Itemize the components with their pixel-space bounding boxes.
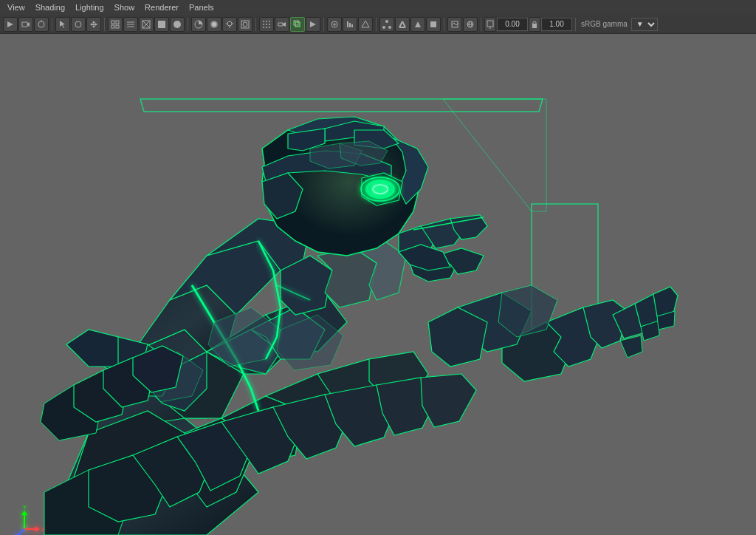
svg-point-29 <box>263 24 264 25</box>
lasso-tool-btn[interactable] <box>71 17 86 32</box>
move-tool-btn[interactable] <box>86 17 101 32</box>
svg-point-26 <box>263 21 264 22</box>
menu-view[interactable]: View <box>3 0 30 15</box>
svg-text:X: X <box>41 527 45 532</box>
extra-btn3[interactable] <box>358 17 373 32</box>
smooth-btn[interactable] <box>170 17 185 32</box>
scene-3d-canvas: Y X Z <box>0 34 756 535</box>
svg-marker-0 <box>7 21 13 27</box>
uv-btn2[interactable] <box>463 17 478 32</box>
menu-bar: View Shading Lighting Show Renderer Pane… <box>0 0 756 15</box>
svg-point-20 <box>227 21 232 26</box>
select-tool-btn[interactable] <box>55 17 70 32</box>
sep1 <box>52 18 52 31</box>
camera-icon-btn[interactable] <box>34 17 49 32</box>
svg-rect-8 <box>116 25 119 28</box>
svg-point-31 <box>269 24 270 25</box>
lock-icon[interactable] <box>529 17 540 32</box>
sep8 <box>481 18 481 31</box>
svg-point-33 <box>266 27 267 28</box>
svg-rect-57 <box>487 21 493 27</box>
svg-point-16 <box>173 21 181 28</box>
sep2 <box>104 18 105 31</box>
sep5 <box>323 18 324 31</box>
grid-btn2[interactable] <box>123 17 138 32</box>
svg-point-46 <box>385 20 388 23</box>
edge-sel-btn[interactable] <box>395 17 410 32</box>
menu-renderer[interactable]: Renderer <box>140 0 183 15</box>
face-sel-btn[interactable] <box>410 17 425 32</box>
selection-mode-group <box>379 17 441 32</box>
svg-marker-44 <box>362 21 369 27</box>
camera-view-btn[interactable] <box>275 17 289 32</box>
grid-btn1[interactable] <box>108 17 123 32</box>
sep7 <box>444 18 444 31</box>
menu-panels[interactable]: Panels <box>185 0 219 15</box>
perspective-btn[interactable] <box>290 17 305 32</box>
uv-btn1[interactable] <box>447 17 462 32</box>
menu-lighting[interactable]: Lighting <box>71 0 109 15</box>
svg-line-49 <box>402 21 405 27</box>
svg-point-19 <box>212 22 216 27</box>
sep3 <box>188 18 188 31</box>
svg-point-30 <box>266 24 267 25</box>
svg-rect-1 <box>22 22 27 27</box>
svg-point-47 <box>388 26 391 29</box>
svg-rect-36 <box>295 22 300 27</box>
svg-rect-6 <box>116 21 119 24</box>
solid-btn[interactable] <box>154 17 169 32</box>
svg-point-3 <box>38 21 44 27</box>
shading-group <box>191 17 252 32</box>
colorspace-label: sRGB gamma <box>579 20 630 28</box>
grid-snap-btn[interactable] <box>259 17 274 32</box>
display-mode-group <box>108 17 185 32</box>
svg-point-27 <box>266 21 267 22</box>
svg-marker-40 <box>310 21 316 27</box>
value-input-0[interactable] <box>497 18 528 31</box>
camera-btn[interactable] <box>18 17 33 32</box>
svg-point-25 <box>243 22 247 27</box>
uv-group <box>447 17 478 32</box>
colorspace-select[interactable]: ▼ <box>631 18 658 31</box>
viewport[interactable]: Y X Z <box>0 34 756 535</box>
vertex-sel-btn[interactable] <box>379 17 394 32</box>
shading-btn1[interactable] <box>191 17 206 32</box>
svg-rect-7 <box>111 25 114 28</box>
sep9 <box>575 18 576 31</box>
svg-rect-5 <box>111 21 114 24</box>
svg-rect-59 <box>532 24 537 28</box>
playback-btn[interactable] <box>306 17 320 32</box>
value-fields-group <box>484 17 572 32</box>
extra-btn2[interactable] <box>343 17 357 32</box>
sep4 <box>255 18 256 31</box>
svg-point-32 <box>263 27 264 28</box>
wireframe-btn[interactable] <box>139 17 154 32</box>
svg-line-48 <box>399 21 402 27</box>
object-sel-btn[interactable] <box>426 17 441 32</box>
svg-rect-52 <box>430 21 436 27</box>
value-input-1[interactable] <box>541 18 572 31</box>
camera-controls-group <box>3 17 49 32</box>
svg-marker-35 <box>283 22 286 27</box>
extra-group <box>327 17 373 32</box>
svg-marker-51 <box>415 21 421 27</box>
svg-point-45 <box>382 26 385 29</box>
svg-text:Y: Y <box>23 505 27 510</box>
texture-btn[interactable] <box>207 17 221 32</box>
sep6 <box>376 18 377 31</box>
transform-tools-group <box>55 17 101 32</box>
svg-point-28 <box>269 21 270 22</box>
toolbar: sRGB gamma ▼ <box>0 15 756 34</box>
svg-point-34 <box>269 27 270 28</box>
svg-rect-15 <box>158 21 165 28</box>
light-btn[interactable] <box>222 17 237 32</box>
menu-shading[interactable]: Shading <box>31 0 69 15</box>
extra-btn1[interactable] <box>327 17 342 32</box>
render-btn[interactable] <box>238 17 252 32</box>
menu-show[interactable]: Show <box>110 0 140 15</box>
view-controls-group <box>259 17 320 32</box>
camera-select-btn[interactable] <box>3 17 18 32</box>
snap-icon[interactable] <box>484 17 496 32</box>
